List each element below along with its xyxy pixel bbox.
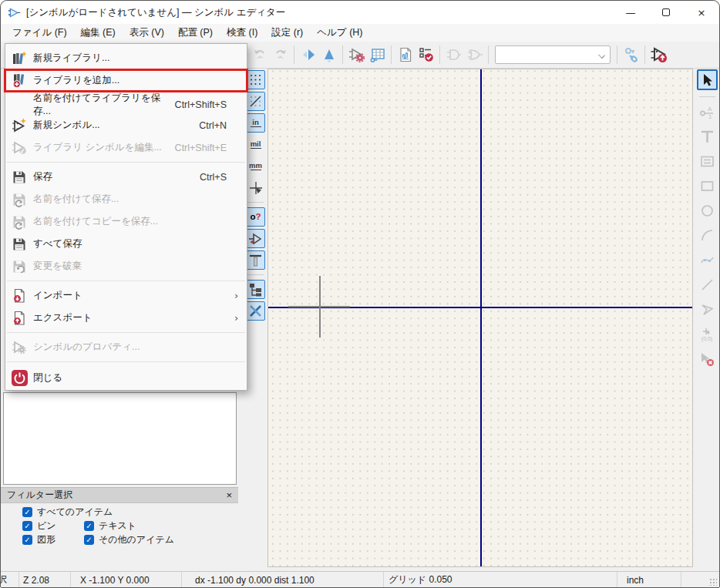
erc-check-icon[interactable] [416, 45, 436, 66]
select-tool-icon[interactable] [697, 69, 718, 90]
filter-close-icon[interactable]: × [226, 489, 232, 501]
add-textbox-tool-icon[interactable] [697, 151, 718, 172]
move-anchor-tool-icon[interactable]: (0,0) [697, 324, 718, 344]
undo-icon[interactable] [249, 45, 270, 66]
show-pin-numbers-icon[interactable] [246, 229, 265, 248]
properties-panel-icon[interactable] [246, 301, 265, 321]
resize-grip[interactable] [709, 578, 717, 586]
close-power-icon [5, 369, 33, 387]
menu-preferences[interactable]: 設定 (r) [264, 25, 310, 41]
checkbox-checked-icon[interactable]: ✓ [22, 507, 32, 517]
filter-other[interactable]: ✓ その他のアイテム [84, 533, 174, 546]
menu-item-import[interactable]: インポート › [5, 284, 247, 307]
fullscreen-cursor-icon[interactable] [246, 178, 265, 197]
filter-panel-body: ✓ すべてのアイテム ✓ ピン ✓ テキスト ✓ 図形 ✓ その他のアイテム [1, 503, 238, 546]
status-clipped-text: 択 [1, 572, 19, 588]
menu-item-revert[interactable]: 変更を破棄 [5, 255, 247, 277]
filter-panel-title: フィルター選択 [7, 489, 226, 502]
save-icon [5, 170, 33, 185]
svg-text:A: A [708, 106, 712, 113]
checkbox-checked-icon[interactable]: ✓ [84, 521, 94, 531]
menu-place[interactable]: 配置 (P) [171, 25, 220, 41]
menu-item-save-as[interactable]: 名前を付けて保存... [5, 188, 247, 210]
submenu-arrow-icon: › [234, 312, 247, 324]
show-hidden-pins-icon[interactable] [246, 250, 265, 270]
add-pin-tool-icon[interactable]: A1 [697, 102, 718, 123]
units-inch-icon[interactable]: in [246, 113, 265, 133]
menu-edit[interactable]: 編集 (E) [74, 25, 123, 41]
add-line-tool-icon[interactable] [697, 274, 718, 295]
menu-item-save-all[interactable]: すべて保存 [5, 233, 247, 255]
status-units: inch [617, 572, 681, 588]
status-grid: グリッド 0.050 [384, 572, 617, 588]
checkbox-checked-icon[interactable]: ✓ [84, 535, 94, 545]
minimize-button[interactable]: — [613, 1, 648, 24]
app-icon [8, 6, 21, 19]
import-icon [5, 288, 33, 304]
menu-item-new-library[interactable]: 新規ライブラリ... [5, 47, 247, 69]
menu-item-edit-symbol[interactable]: ライブラリ シンボルを編集... Ctrl+Shift+E [5, 136, 247, 159]
menu-item-new-symbol[interactable]: 新規シンボル... Ctrl+N [5, 114, 247, 136]
checkbox-checked-icon[interactable]: ✓ [22, 521, 32, 531]
menu-item-export[interactable]: エクスポート › [5, 307, 247, 329]
app-window: [シンボルがロードされていません] — シンボル エディター — × ファイル … [0, 0, 720, 588]
checkbox-checked-icon[interactable]: ✓ [22, 535, 32, 545]
add-rectangle-tool-icon[interactable] [697, 176, 718, 197]
filter-text[interactable]: ✓ テキスト [84, 519, 136, 533]
status-zoom: Z 2.08 [19, 572, 71, 588]
mirror-horizontal-icon[interactable] [298, 45, 318, 66]
menu-inspect[interactable]: 検査 (I) [220, 25, 264, 41]
mirror-vertical-icon[interactable] [318, 45, 339, 66]
sync-pins-icon[interactable] [621, 45, 641, 66]
symbol-tree-list[interactable] [3, 392, 237, 485]
unit-select[interactable] [495, 45, 611, 64]
delete-tool-icon[interactable] [697, 348, 718, 369]
grid-overrides-icon[interactable] [246, 92, 265, 111]
add-bezier-tool-icon[interactable] [697, 250, 718, 270]
add-text-tool-icon[interactable] [697, 126, 718, 147]
window-title: [シンボルがロードされていません] — シンボル エディター [26, 6, 285, 19]
save-copy-icon [5, 214, 33, 230]
units-mm-icon[interactable]: mm [246, 156, 265, 176]
demorgan-standard-icon[interactable] [443, 45, 464, 66]
filter-pins[interactable]: ✓ ピン [22, 519, 56, 533]
filter-graphics[interactable]: ✓ 図形 [22, 533, 56, 546]
menu-file[interactable]: ファイル (F) [5, 25, 74, 41]
export-icon [5, 311, 33, 326]
units-mil-icon[interactable]: mil [246, 135, 265, 154]
left-toolbar: in mil mm o? [245, 70, 266, 323]
add-library-icon [5, 72, 33, 89]
menu-item-save[interactable]: 保存 Ctrl+S [5, 166, 247, 188]
menu-help[interactable]: ヘルプ (H) [310, 25, 369, 41]
menu-item-add-library[interactable]: ライブラリを追加... [5, 69, 247, 92]
grid-dots-icon[interactable] [246, 70, 265, 89]
add-arc-tool-icon[interactable] [697, 225, 718, 246]
editor-canvas[interactable] [267, 69, 693, 567]
menu-item-save-library-as[interactable]: 名前を付けてライブラリを保存... Ctrl+Shift+S [5, 92, 247, 114]
titlebar: [シンボルがロードされていません] — シンボル エディター — × [1, 1, 719, 24]
status-bar: 択 Z 2.08 X -1.100 Y 0.000 dx -1.100 dy 0… [1, 571, 719, 588]
add-circle-tool-icon[interactable] [697, 200, 718, 221]
origin-axis-vertical [480, 69, 482, 566]
symbol-tree-icon[interactable] [246, 280, 265, 299]
menu-item-close[interactable]: 閉じる [5, 365, 247, 390]
datasheet-icon[interactable] [395, 45, 416, 66]
right-toolbar: A1 (0,0) [695, 69, 718, 373]
maximize-button[interactable] [648, 1, 684, 24]
redo-icon[interactable] [270, 45, 291, 66]
pin-electrical-type-icon[interactable]: o? [246, 207, 265, 227]
symbol-properties-icon[interactable] [346, 45, 367, 66]
chevron-down-icon [598, 52, 605, 59]
status-delta: dx -1.100 dy 0.000 dist 1.100 [182, 572, 384, 588]
export-symbol-icon[interactable] [648, 45, 669, 66]
menu-item-save-copy-as[interactable]: 名前を付けてコピーを保存... [5, 210, 247, 233]
filter-all-items[interactable]: ✓ すべてのアイテム [22, 506, 113, 519]
pin-table-icon[interactable] [367, 45, 388, 66]
close-button[interactable]: × [684, 1, 719, 24]
menu-item-symbol-properties[interactable]: シンボルのプロパティ... [5, 336, 247, 358]
filter-panel-header: フィルター選択 × [1, 487, 238, 503]
demorgan-alternate-icon[interactable] [464, 45, 485, 66]
add-polygon-tool-icon[interactable] [697, 299, 718, 320]
menu-view[interactable]: 表示 (V) [123, 25, 171, 41]
crosshair-cursor [288, 306, 350, 307]
